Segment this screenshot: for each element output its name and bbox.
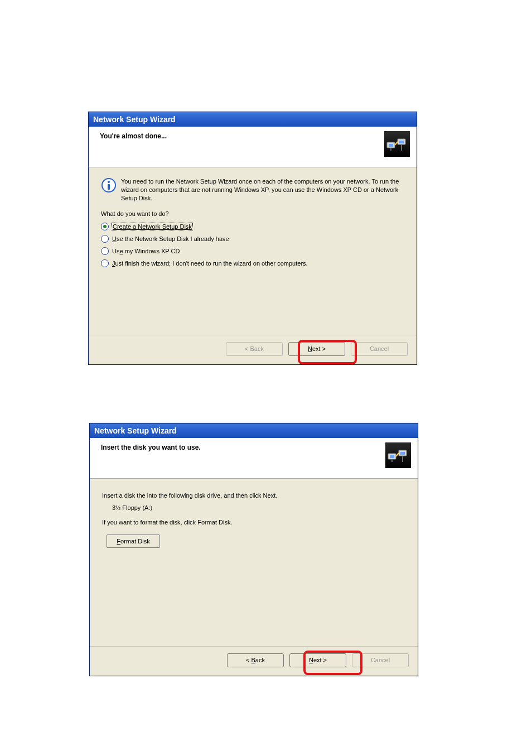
svg-rect-1 xyxy=(389,144,393,147)
svg-rect-8 xyxy=(390,455,394,458)
wizard-body: Insert a disk the into the following dis… xyxy=(90,479,418,646)
wizard-buttons: < Back Next > Cancel xyxy=(90,646,418,673)
info-row: You need to run the Network Setup Wizard… xyxy=(101,177,404,203)
titlebar[interactable]: Network Setup Wizard xyxy=(89,112,417,127)
svg-rect-6 xyxy=(108,184,110,190)
radio-create-disk[interactable]: Create a Network Setup Disk xyxy=(101,223,404,230)
wizard-body: You need to run the Network Setup Wizard… xyxy=(89,167,417,335)
page-heading: Insert the disk you want to use. xyxy=(101,444,201,451)
info-icon xyxy=(101,177,117,193)
radio-label: Just finish the wizard; I don't need to … xyxy=(112,260,308,267)
radio-icon xyxy=(101,235,109,243)
wizard-dialog-2: Network Setup Wizard Insert the disk you… xyxy=(89,423,418,676)
radio-icon xyxy=(101,247,109,255)
back-button: < Back xyxy=(226,342,283,356)
next-button[interactable]: Next > xyxy=(288,342,345,356)
wizard-header: Insert the disk you want to use. xyxy=(90,438,418,479)
svg-point-5 xyxy=(108,181,110,183)
titlebar[interactable]: Network Setup Wizard xyxy=(90,423,418,438)
instruction-line-1: Insert a disk the into the following dis… xyxy=(102,492,405,499)
page-heading: You're almost done... xyxy=(100,132,167,140)
window-title: Network Setup Wizard xyxy=(94,426,177,435)
svg-rect-10 xyxy=(400,452,405,455)
radio-icon xyxy=(101,259,109,267)
network-icon xyxy=(385,442,411,468)
drive-label: 3½ Floppy (A:) xyxy=(112,504,405,511)
cancel-button: Cancel xyxy=(351,342,408,356)
prompt-text: What do you want to do? xyxy=(101,210,404,217)
radio-just-finish[interactable]: Just finish the wizard; I don't need to … xyxy=(101,259,404,267)
wizard-dialog-1: Network Setup Wizard You're almost done.… xyxy=(88,112,417,365)
radio-use-xp-cd[interactable]: Use my Windows XP CD xyxy=(101,247,404,255)
format-disk-button[interactable]: Format Disk xyxy=(107,535,160,548)
info-text: You need to run the Network Setup Wizard… xyxy=(121,177,404,203)
next-button[interactable]: Next > xyxy=(289,653,346,667)
wizard-buttons: < Back Next > Cancel xyxy=(89,335,417,362)
wizard-header: You're almost done... xyxy=(89,127,417,167)
radio-label: Create a Network Setup Disk xyxy=(112,223,192,230)
radio-label: Use the Network Setup Disk I already hav… xyxy=(112,235,229,242)
window-title: Network Setup Wizard xyxy=(93,115,176,124)
radio-label: Use my Windows XP CD xyxy=(112,248,180,254)
cancel-button: Cancel xyxy=(352,653,409,667)
svg-rect-3 xyxy=(399,141,404,143)
radio-icon xyxy=(101,223,109,230)
instruction-line-2: If you want to format the disk, click Fo… xyxy=(102,519,405,526)
network-icon xyxy=(384,131,410,157)
back-button[interactable]: < Back xyxy=(227,653,284,667)
radio-use-existing-disk[interactable]: Use the Network Setup Disk I already hav… xyxy=(101,235,404,243)
radio-group: Create a Network Setup Disk Use the Netw… xyxy=(101,223,404,267)
